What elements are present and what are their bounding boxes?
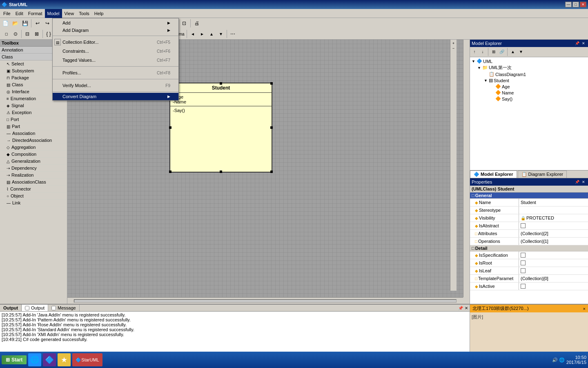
taskbar-staruml-active[interactable]: 🔷 StarUML (72, 353, 102, 366)
toolbox-item-object[interactable]: ○ Object (0, 193, 67, 200)
general-section[interactable]: □ General (470, 193, 588, 199)
prop-isspec-val[interactable] (519, 251, 588, 259)
toolbox-item-association[interactable]: — Association (0, 130, 67, 137)
toolbox-item-composition[interactable]: ◆ Composition (0, 151, 67, 158)
isspec-checkbox[interactable] (521, 253, 526, 258)
redo-button[interactable]: ↪ (43, 19, 52, 28)
open-button[interactable]: 📂 (11, 19, 20, 28)
menu-convert-diagram[interactable]: Convert Diagram ▶ (53, 93, 178, 100)
close-button[interactable]: ✕ (580, 2, 586, 7)
sort-asc-btn[interactable]: ↑ (471, 48, 478, 55)
link-btn[interactable]: 🔗 (498, 48, 506, 55)
fmt19[interactable]: ⋯ (228, 29, 237, 38)
prop-name-val[interactable]: Student (519, 199, 588, 206)
up-btn[interactable]: ▲ (509, 48, 517, 55)
prop-attributes-val[interactable]: (Collection)[2] (519, 230, 588, 237)
props-close-btn[interactable]: ✕ (581, 179, 586, 185)
menu-profiles[interactable]: Profiles... Ctrl+F8 (53, 68, 178, 77)
props-controls[interactable]: 📌 ✕ (574, 179, 586, 185)
window-controls[interactable]: — □ ✕ (565, 2, 586, 7)
tree-project[interactable]: ▼ 📁 UML第一次 (471, 64, 587, 71)
output-close[interactable]: ✕ (465, 306, 468, 310)
canvas-tb-plus[interactable]: + (452, 41, 454, 45)
align-left[interactable]: ⊟ (23, 29, 32, 38)
tree-classdiagram[interactable]: 📋 ClassDiagram1 (471, 71, 587, 77)
toolbox-item-exception[interactable]: ⚠ Exception (0, 109, 67, 116)
output-checkbox[interactable] (25, 306, 29, 310)
toolbox-item-connector[interactable]: ⌇ Connector (0, 186, 67, 193)
tree-expand-btn[interactable]: ⊞ (490, 48, 497, 55)
toolbox-item-aggregation[interactable]: ◇ Aggregation (0, 144, 67, 151)
fmt18[interactable]: ▾ (216, 29, 225, 38)
toolbox-item-directed-association[interactable]: → DirectedAssociation (0, 137, 67, 144)
abstract-checkbox[interactable] (521, 223, 526, 228)
print-btn[interactable]: 🖨 (192, 19, 201, 28)
align-center[interactable]: ⊠ (32, 29, 41, 38)
save-button[interactable]: 💾 (20, 19, 29, 28)
tab-model-explorer[interactable]: 🔷 Model Explorer (470, 171, 517, 178)
menu-model[interactable]: Model (45, 9, 62, 18)
toolbox-item-dependency[interactable]: ⇢ Dependency (0, 165, 67, 172)
toolbox-item-realization[interactable]: ⇢ Realization (0, 172, 67, 179)
new-button[interactable]: 📄 (1, 19, 10, 28)
toolbox-item-signal[interactable]: ◈ Signal (0, 102, 67, 109)
tree-name[interactable]: 🔶 Name (471, 90, 587, 96)
taskbar-vs[interactable]: 🔷 (43, 353, 56, 366)
output-pin[interactable]: 📌 (458, 306, 463, 310)
message-checkbox[interactable] (51, 306, 56, 310)
tab-message[interactable]: Message (48, 305, 80, 311)
taskbar-staruml[interactable]: ★ (58, 353, 71, 366)
menu-tools[interactable]: Tools (76, 9, 92, 18)
menu-add-diagram[interactable]: Add Diagram ▶ (53, 27, 178, 34)
toolbox-item-link[interactable]: — Link (0, 200, 67, 206)
fmt3[interactable]: { } (44, 29, 53, 38)
prop-visibility-val[interactable]: 🔒 PROTECTED (519, 214, 588, 222)
menu-view[interactable]: View (62, 9, 77, 18)
prop-isactive-val[interactable] (519, 283, 588, 290)
prop-stereotype-val[interactable] (519, 206, 588, 214)
fmt17[interactable]: ▴ (207, 29, 216, 38)
isactive-checkbox[interactable] (521, 284, 526, 289)
menu-help[interactable]: Help (92, 9, 106, 18)
isroot-checkbox[interactable] (521, 260, 526, 265)
pin-button[interactable]: 📌 (574, 40, 580, 46)
canvas-vscroll[interactable] (463, 40, 470, 297)
detail-section[interactable]: □ Detail (470, 245, 588, 251)
tab-output[interactable]: Output (22, 305, 48, 311)
toolbox-item-port[interactable]: □ Port (0, 116, 67, 123)
prop-templateparam-val[interactable]: (Collection)[0] (519, 275, 588, 282)
tree-say[interactable]: 🔶 Say() (471, 96, 587, 102)
student-expand[interactable]: ▼ (484, 79, 488, 83)
prop-is-abstract-val[interactable] (519, 222, 588, 229)
format-btn-2[interactable]: ⊙ (11, 29, 20, 38)
menu-collection-editor[interactable]: ▤ Collection Editor... Ctrl+F5 (53, 38, 178, 47)
menu-constraints[interactable]: Constraints... Ctrl+F6 (53, 47, 178, 56)
sort-desc-btn[interactable]: ↓ (479, 48, 486, 55)
uml-class-student[interactable]: Student +Age -Name -Say() (169, 83, 272, 173)
canvas-hscroll[interactable] (67, 297, 463, 304)
toolbox-item-generalization[interactable]: △ Generalization (0, 158, 67, 165)
minimize-button[interactable]: — (565, 2, 572, 7)
menu-tagged-values[interactable]: Tagged Values... Ctrl+F7 (53, 56, 178, 65)
start-button[interactable]: ⊞ Start (2, 355, 27, 364)
taskbar-ie[interactable]: 🌐 (28, 353, 41, 366)
menu-file[interactable]: File (1, 9, 13, 18)
format-btn-1[interactable]: ◻ (2, 29, 11, 38)
fmt15[interactable]: ◂ (188, 29, 197, 38)
tree-age[interactable]: 🔶 Age (471, 83, 587, 90)
down-btn[interactable]: ▼ (517, 48, 525, 55)
undo-button[interactable]: ↩ (33, 19, 42, 28)
prop-isroot-val[interactable] (519, 259, 588, 267)
maximize-button[interactable]: □ (572, 2, 579, 7)
canvas-tb-minus[interactable]: − (452, 46, 454, 50)
props-pin-btn[interactable]: 📌 (574, 179, 580, 185)
fmt16[interactable]: ▸ (198, 29, 207, 38)
uml-expand[interactable]: ▼ (472, 59, 476, 63)
menu-add[interactable]: Add ▶ (53, 19, 178, 27)
prop-operations-val[interactable]: (Collection)[1] (519, 238, 588, 245)
panel-close-button[interactable]: ✕ (581, 40, 586, 46)
tab-diagram-explorer[interactable]: 📋 Diagram Explorer (518, 171, 567, 178)
isleaf-checkbox[interactable] (521, 268, 526, 273)
chat-close[interactable]: × (583, 306, 586, 311)
h-scrollbar-track[interactable] (74, 299, 457, 303)
